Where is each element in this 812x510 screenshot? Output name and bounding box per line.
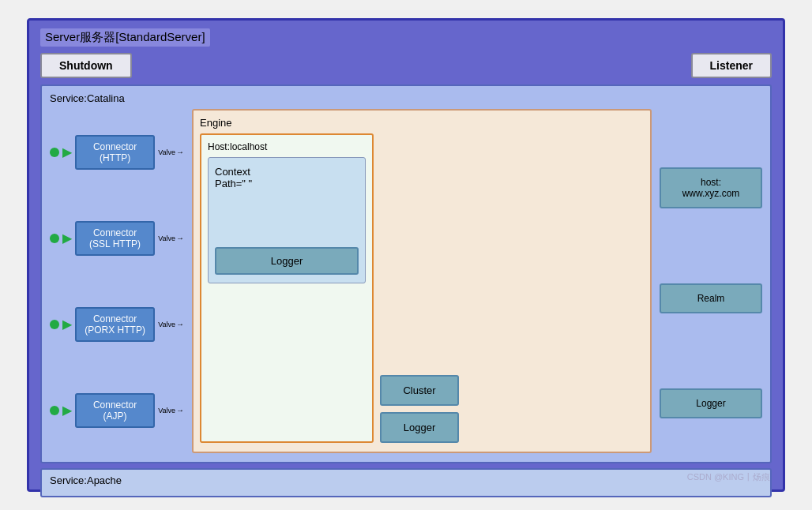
engine-area: Engine Host:localhost Context Path=" " L… — [192, 109, 652, 453]
connector-row-ssl: ▶ Connector(SSL HTTP) Valve → — [50, 221, 184, 256]
host-localhost: Host:localhost Context Path=" " Logger — [200, 133, 374, 443]
context-box: Context Path=" " Logger — [208, 157, 366, 283]
dot-ssl — [50, 234, 59, 243]
top-buttons: Shutdown Listener — [40, 53, 772, 78]
connector-row-http: ▶ Connector(HTTP) Valve → — [50, 135, 184, 170]
right-box-logger: Logger — [660, 388, 762, 418]
dot-http — [50, 148, 59, 157]
engine-label: Engine — [200, 117, 644, 129]
service-catalina: Service:Catalina ▶ Connector(HTTP) Valve… — [40, 84, 772, 463]
context-path-value: Path=" " — [215, 178, 359, 189]
valve-http: Valve → — [158, 148, 184, 156]
middle-column: Cluster Logger — [380, 133, 459, 443]
host-localhost-label: Host:localhost — [208, 141, 366, 152]
connector-ssl: Connector(SSL HTTP) — [75, 221, 155, 256]
engine-content: Host:localhost Context Path=" " Logger C… — [200, 133, 644, 443]
connectors-column: ▶ Connector(HTTP) Valve → ▶ Connector(SS… — [50, 109, 184, 453]
dot-ajp — [50, 406, 59, 415]
right-column: host:www.xyz.com Realm Logger — [660, 109, 762, 453]
listener-button[interactable]: Listener — [691, 53, 772, 78]
connector-porx: Connector(PORX HTTP) — [75, 307, 155, 342]
arrow-http: ▶ — [62, 144, 72, 159]
service-apache: Service:Apache — [40, 468, 772, 497]
arrow-porx: ▶ — [62, 317, 72, 332]
connector-http: Connector(HTTP) — [75, 135, 155, 170]
arrow-ajp: ▶ — [62, 403, 72, 418]
service-catalina-label: Service:Catalina — [50, 92, 762, 104]
right-box-host: host:www.xyz.com — [660, 167, 762, 208]
server-container: Server服务器[StandardServer] Shutdown Liste… — [27, 18, 785, 492]
server-title: Server服务器[StandardServer] — [40, 28, 210, 47]
shutdown-button[interactable]: Shutdown — [40, 53, 132, 78]
right-box-realm: Realm — [660, 283, 762, 313]
valve-porx: Valve → — [158, 320, 184, 328]
footer-credit: CSDN @KING丨炀痕 — [687, 471, 770, 483]
host-logger: Logger — [215, 247, 359, 275]
context-path-label: Context — [215, 166, 359, 178]
context-label: Context Path=" " — [215, 166, 359, 189]
connector-ajp: Connector(AJP) — [75, 393, 155, 428]
arrow-ssl: ▶ — [62, 231, 72, 246]
engine-logger: Logger — [380, 412, 459, 443]
valve-ssl: Valve → — [158, 234, 184, 242]
connector-row-ajp: ▶ Connector(AJP) Valve → — [50, 393, 184, 428]
valve-ajp: Valve → — [158, 406, 184, 414]
service-apache-label: Service:Apache — [50, 474, 762, 486]
dot-porx — [50, 320, 59, 329]
service-content: ▶ Connector(HTTP) Valve → ▶ Connector(SS… — [50, 109, 762, 453]
connector-row-porx: ▶ Connector(PORX HTTP) Valve → — [50, 307, 184, 342]
cluster-box: Cluster — [380, 375, 459, 406]
